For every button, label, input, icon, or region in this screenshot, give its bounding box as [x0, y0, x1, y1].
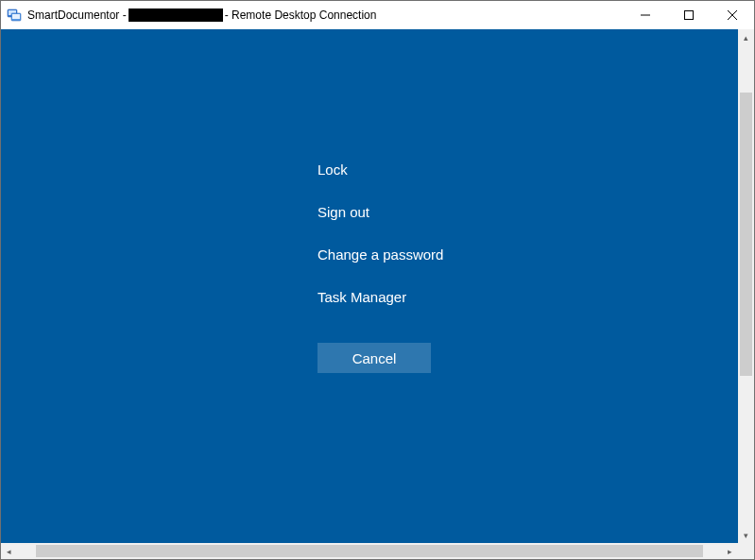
close-icon: [728, 10, 737, 20]
maximize-icon: [684, 10, 694, 20]
scroll-left-arrow-icon[interactable]: ◂: [1, 543, 17, 559]
task-manager-option[interactable]: Task Manager: [317, 289, 443, 305]
cancel-button[interactable]: Cancel: [317, 343, 431, 373]
content-wrapper: Lock Sign out Change a password Task Man…: [1, 29, 754, 543]
horizontal-scrollbar[interactable]: ◂ ▸: [1, 543, 754, 559]
remote-desktop-viewport: Lock Sign out Change a password Task Man…: [1, 29, 738, 543]
title-prefix: SmartDocumentor -: [27, 8, 127, 22]
windows-security-menu: Lock Sign out Change a password Task Man…: [317, 161, 443, 373]
titlebar: SmartDocumentor - - Remote Desktop Conne…: [1, 1, 754, 29]
scroll-right-arrow-icon[interactable]: ▸: [722, 543, 738, 559]
scroll-down-arrow-icon[interactable]: ▾: [738, 527, 754, 543]
hscroll-track[interactable]: [17, 543, 722, 559]
rdp-icon: [7, 8, 22, 23]
rdp-window: SmartDocumentor - - Remote Desktop Conne…: [0, 0, 755, 560]
vscroll-track[interactable]: [738, 45, 754, 527]
minimize-icon: [641, 10, 650, 20]
maximize-button[interactable]: [667, 1, 711, 29]
window-controls: [624, 1, 754, 29]
scroll-up-arrow-icon[interactable]: ▴: [738, 29, 754, 45]
window-title: SmartDocumentor - - Remote Desktop Conne…: [27, 8, 624, 22]
svg-rect-5: [685, 11, 694, 20]
title-suffix: - Remote Desktop Connection: [225, 8, 377, 22]
scrollbar-corner: [738, 543, 754, 559]
close-button[interactable]: [711, 1, 754, 29]
sign-out-option[interactable]: Sign out: [317, 204, 443, 220]
vscroll-thumb[interactable]: [740, 93, 752, 376]
minimize-button[interactable]: [624, 1, 667, 29]
title-redacted: [129, 8, 223, 22]
lock-option[interactable]: Lock: [317, 161, 443, 178]
vertical-scrollbar[interactable]: ▴ ▾: [738, 29, 754, 543]
change-password-option[interactable]: Change a password: [317, 246, 443, 263]
hscroll-thumb[interactable]: [36, 545, 703, 557]
svg-rect-3: [12, 14, 20, 19]
